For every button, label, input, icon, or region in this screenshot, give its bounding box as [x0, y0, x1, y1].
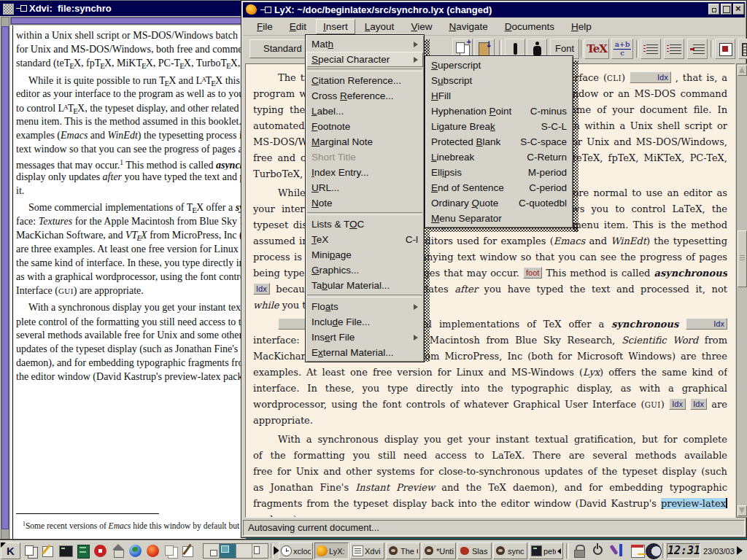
file-drawers-icon[interactable]: [74, 542, 92, 559]
menu-item-special-character[interactable]: Special Character: [306, 52, 423, 67]
close-button[interactable]: [733, 4, 744, 15]
klipper-icon[interactable]: [610, 542, 627, 559]
vertical-scrollbar-thumb[interactable]: [1, 26, 9, 529]
window-controls: [708, 4, 744, 15]
menu-item-menu-separator[interactable]: Menu Separator: [426, 211, 572, 226]
menu-item-subscript[interactable]: Subscript: [426, 73, 572, 88]
terminal-icon[interactable]: [57, 542, 74, 559]
window-pin-icon[interactable]: [260, 7, 271, 13]
menu-item-end-of-sentence[interactable]: End of SentenceC-period: [426, 180, 572, 195]
home-icon[interactable]: [109, 542, 127, 559]
menu-item-short-title[interactable]: Short Title: [306, 149, 423, 165]
menu-item-hyphenation-point[interactable]: Hyphenation PointC-minus: [426, 104, 572, 119]
date-display[interactable]: 23/03/03: [703, 547, 735, 556]
maximize-button[interactable]: [721, 4, 732, 15]
menu-item-ellipsis[interactable]: EllipsisM-period: [426, 165, 572, 180]
logout-icon[interactable]: [589, 542, 607, 559]
horizontal-scrollbar-thumb[interactable]: [11, 18, 243, 24]
menu-item-tabular-material[interactable]: Tabular Material...: [306, 278, 423, 293]
xdvi-vertical-scrollbar[interactable]: [1, 17, 9, 540]
pager-desktop-3[interactable]: [236, 544, 252, 558]
enumerate-list-icon[interactable]: [664, 39, 684, 59]
menu-item-footnote[interactable]: Footnote: [306, 119, 423, 134]
math-mode-icon[interactable]: a+b c: [611, 39, 633, 59]
task-button-sync[interactable]: sync: [493, 542, 527, 559]
organizer-icon[interactable]: [629, 542, 646, 559]
digital-clock[interactable]: 12:31: [667, 543, 700, 559]
xdvi-horizontal-scrollbar[interactable]: [10, 17, 245, 25]
menu-item-protected-blank[interactable]: Protected BlankS-C-space: [426, 134, 572, 149]
panel-hide-arrow-icon[interactable]: [737, 546, 743, 555]
documents-icon[interactable]: [162, 542, 179, 559]
menu-item-superscript[interactable]: Superscript: [426, 58, 572, 73]
menu-item-linebreak[interactable]: LinebreakC-Return: [426, 149, 572, 165]
lyx-app-icon[interactable]: [246, 4, 257, 15]
window-list-icon[interactable]: [22, 542, 39, 559]
tex-mode-icon[interactable]: TeX: [584, 39, 609, 59]
text-line: standard (teTEX, fpTEX, MiKTEX, PC-TEX, …: [16, 56, 246, 70]
menubar-item-documents[interactable]: Documents: [498, 19, 562, 34]
mail-icon[interactable]: [144, 542, 162, 559]
window-pin-icon[interactable]: [16, 5, 27, 12]
pager-desktop-1[interactable]: [204, 544, 220, 558]
scroll-down-arrow-icon[interactable]: [738, 505, 747, 516]
minimize-button[interactable]: [708, 4, 719, 15]
menu-item-label[interactable]: Label...: [306, 104, 423, 119]
insert-figure-icon[interactable]: [715, 39, 735, 59]
pager-desktop-2[interactable]: [220, 544, 236, 558]
task-button-the-g[interactable]: The G: [386, 542, 420, 559]
increase-depth-icon[interactable]: [687, 39, 708, 59]
menu-item-url[interactable]: URL...: [306, 180, 423, 195]
window-menu-icon[interactable]: [3, 4, 14, 15]
menu-item-citation-reference[interactable]: Citation Reference...: [306, 73, 423, 88]
xdvi-titlebar[interactable]: Xdvi: file:synchro: [0, 1, 246, 16]
web-browser-icon[interactable]: [127, 542, 144, 559]
task-button-pete[interactable]: pete: [529, 542, 563, 559]
menubar-item-file[interactable]: File: [249, 19, 280, 34]
menu-item-cross-reference[interactable]: Cross Reference...: [306, 88, 423, 104]
k-menu-button[interactable]: K: [1, 542, 20, 559]
help-icon[interactable]: [92, 542, 109, 559]
menu-item-insert-file[interactable]: Insert File: [306, 330, 423, 345]
menubar-item-edit[interactable]: Edit: [282, 19, 314, 34]
menu-item-hfill[interactable]: HFill: [426, 88, 572, 104]
task-button-xdvi[interactable]: Xdvi: [350, 542, 384, 559]
menu-item-ligature-break[interactable]: Ligature BreakS-C-L: [426, 119, 572, 134]
menubar-item-help[interactable]: Help: [564, 19, 599, 34]
menu-item-marginal-note[interactable]: Marginal Note: [306, 134, 423, 149]
editor-icon[interactable]: [179, 542, 197, 559]
task-button-slas[interactable]: Slas: [457, 542, 492, 559]
menu-item-graphics[interactable]: Graphics...: [306, 262, 423, 278]
scroll-up-arrow-icon[interactable]: [738, 65, 747, 76]
menubar-item-layout[interactable]: Layout: [357, 19, 402, 34]
itemize-list-icon[interactable]: [640, 39, 661, 59]
task-button-lyx[interactable]: LyX:: [314, 542, 349, 559]
lock-icon[interactable]: [570, 542, 588, 559]
menu-item-math[interactable]: Math: [306, 36, 423, 52]
insert-table-icon[interactable]: [738, 39, 747, 59]
text-line: fragments from the typeset display back …: [253, 496, 727, 512]
moon-icon[interactable]: [645, 542, 662, 559]
menubar-item-view[interactable]: View: [403, 19, 439, 34]
scrollbar-thumb[interactable]: [738, 230, 747, 287]
pager-desktop-4[interactable]: [252, 544, 268, 558]
menu-item-ordinary-quote[interactable]: Ordinary QuoteC-quotedbl: [426, 195, 572, 211]
menu-item-include-file[interactable]: Include File...: [306, 314, 423, 330]
lyx-vertical-scrollbar[interactable]: [736, 63, 747, 518]
task-button-unti[interactable]: *Unti: [422, 542, 456, 559]
menu-item-lists-toc[interactable]: Lists & TOC: [306, 217, 423, 232]
xdvi-footnote: 1Some recent versions of Emacs hide this…: [16, 519, 246, 531]
menubar-item-insert[interactable]: Insert: [316, 19, 355, 34]
desktop-pager[interactable]: [203, 543, 268, 559]
menu-item-index-entry[interactable]: Index Entry...: [306, 165, 423, 180]
lyx-titlebar[interactable]: LyX: ~/doc/beginlatex/src/synchro.lyx (c…: [243, 2, 745, 18]
menubar-item-navigate[interactable]: Navigate: [441, 19, 495, 34]
task-button-xcloc[interactable]: xcloc: [279, 542, 313, 559]
menu-item-minipage[interactable]: Minipage: [306, 247, 423, 262]
menu-item-external-material[interactable]: External Material...: [306, 345, 423, 360]
menu-item-tex[interactable]: TeXC-l: [306, 232, 423, 247]
menu-item-note[interactable]: Note: [306, 195, 423, 211]
special-character-submenu: SuperscriptSubscriptHFillHyphenation Poi…: [425, 55, 573, 228]
desktop-icon[interactable]: [39, 542, 57, 559]
menu-item-floats[interactable]: Floats: [306, 299, 423, 314]
